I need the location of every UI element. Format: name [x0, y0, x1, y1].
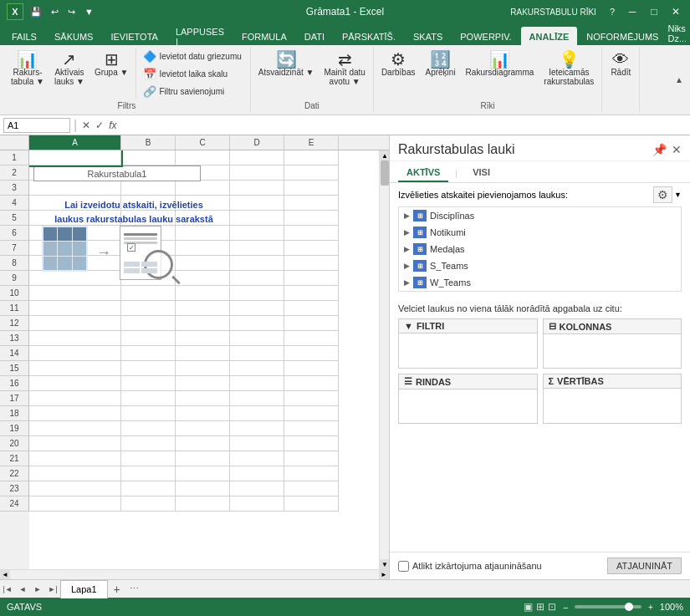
cell-C10[interactable] [176, 286, 230, 301]
cell-C5[interactable] [176, 211, 230, 226]
btn-ieteicamas[interactable]: 💡 Ieteicamāsrakurstabulas [539, 48, 598, 89]
cell-C11[interactable] [176, 301, 230, 316]
row-header-22[interactable]: 22 [0, 466, 29, 481]
cell-E15[interactable] [284, 361, 339, 376]
cell-E7[interactable] [284, 241, 339, 256]
tab-formula[interactable]: FORMULA [233, 27, 295, 45]
cell-A2[interactable] [29, 165, 121, 181]
btn-darbibas[interactable]: ⚙ Darbības [377, 48, 420, 79]
cell-E10[interactable] [284, 286, 339, 301]
cell-D11[interactable] [230, 301, 284, 316]
scroll-left-btn[interactable]: ◄ [0, 570, 10, 580]
cell-B3[interactable] [121, 181, 176, 196]
tab-ievietota[interactable]: IEVIETOTA [102, 27, 166, 45]
cell-E6[interactable] [284, 226, 339, 241]
cell-E23[interactable] [284, 481, 339, 496]
cell-C18[interactable] [176, 406, 230, 421]
cell-E8[interactable] [284, 256, 339, 271]
btn-filtru-savienojumi[interactable]: 🔗 Filtru savienojumi [140, 84, 244, 99]
sheet-nav-last[interactable]: ►| [45, 582, 60, 597]
minimize-btn[interactable]: ─ [625, 4, 640, 19]
sheet-nav-first[interactable]: |◄ [0, 582, 15, 597]
cell-D19[interactable] [230, 421, 284, 436]
h-scroll-track[interactable] [10, 570, 379, 580]
cell-B7[interactable] [121, 241, 176, 256]
tab-noformejums[interactable]: NOFORMĒJUMS [578, 27, 667, 45]
row-header-12[interactable]: 12 [0, 316, 29, 331]
tab-sakums[interactable]: SĀKUMS [46, 27, 101, 45]
cell-A3[interactable] [29, 181, 121, 196]
cell-C23[interactable] [176, 481, 230, 496]
cell-B10[interactable] [121, 286, 176, 301]
formula-cancel-icon[interactable]: ✕ [80, 120, 92, 131]
cell-E11[interactable] [284, 301, 339, 316]
rindas-body[interactable] [399, 389, 537, 423]
cell-A18[interactable] [29, 406, 121, 421]
tab-parskatit[interactable]: PĀRSKATĪŠ. [334, 27, 404, 45]
col-header-c[interactable]: C [176, 135, 230, 150]
tab-skats[interactable]: SKATS [405, 27, 451, 45]
cell-C8[interactable] [176, 256, 230, 271]
cell-E22[interactable] [284, 466, 339, 481]
cell-E4[interactable] [284, 196, 339, 211]
cell-E12[interactable] [284, 316, 339, 331]
btn-grupa[interactable]: ⊞ Grupa ▼ [90, 48, 132, 79]
row-header-19[interactable]: 19 [0, 421, 29, 436]
cell-A11[interactable] [29, 301, 121, 316]
tab-powerpiv[interactable]: POWERPIV. [452, 27, 519, 45]
field-expand-0[interactable]: ▶ [404, 211, 410, 220]
cell-B6[interactable] [121, 226, 176, 241]
restore-btn[interactable]: □ [647, 4, 662, 19]
btn-aprekini[interactable]: 🔢 Aprēķini [421, 48, 459, 79]
defer-checkbox[interactable]: Atlikt izkārtojuma atjaunināšanu [398, 561, 542, 572]
cell-B18[interactable] [121, 406, 176, 421]
page-layout-btn[interactable]: ⊞ [536, 601, 544, 613]
update-btn[interactable]: ATJAUNINĀT [607, 557, 682, 574]
panel-pin-btn[interactable]: 📌 [652, 143, 667, 156]
row-header-6[interactable]: 6 [0, 226, 29, 241]
field-item-medaļas[interactable]: ▶ ⊞ Medaļas [399, 241, 681, 257]
cell-C1[interactable] [176, 150, 230, 165]
cell-D2[interactable] [230, 165, 284, 181]
cell-D14[interactable] [230, 346, 284, 361]
btn-rakurstabula[interactable]: 📊 Rakurs-tabula ▼ [7, 48, 49, 89]
cell-D21[interactable] [230, 451, 284, 466]
cell-B9[interactable] [121, 271, 176, 286]
cell-C3[interactable] [176, 181, 230, 196]
cell-B20[interactable] [121, 436, 176, 451]
cell-D5[interactable] [230, 211, 284, 226]
row-header-9[interactable]: 9 [0, 271, 29, 286]
cell-D18[interactable] [230, 406, 284, 421]
row-header-3[interactable]: 3 [0, 181, 29, 196]
cell-C15[interactable] [176, 361, 230, 376]
filtri-body[interactable] [399, 333, 537, 367]
cell-D13[interactable] [230, 331, 284, 346]
row-header-23[interactable]: 23 [0, 481, 29, 496]
cell-A13[interactable] [29, 331, 121, 346]
cell-B12[interactable] [121, 316, 176, 331]
row-header-15[interactable]: 15 [0, 361, 29, 376]
cell-D9[interactable] [230, 271, 284, 286]
cell-E2[interactable] [284, 165, 339, 181]
btn-rakursdiagramma[interactable]: 📊 Rakursdiagramma [462, 48, 539, 79]
cell-B8[interactable] [121, 256, 176, 271]
sheet-add-btn[interactable]: + [108, 580, 126, 598]
col-header-a[interactable]: A [29, 135, 121, 150]
col-header-b[interactable]: B [121, 135, 176, 150]
row-header-13[interactable]: 13 [0, 331, 29, 346]
page-break-btn[interactable]: ⊡ [548, 601, 556, 613]
cell-C13[interactable] [176, 331, 230, 346]
cell-C14[interactable] [176, 346, 230, 361]
cell-D22[interactable] [230, 466, 284, 481]
cell-C12[interactable] [176, 316, 230, 331]
field-expand-2[interactable]: ▶ [404, 245, 410, 253]
row-header-21[interactable]: 21 [0, 451, 29, 466]
field-expand-3[interactable]: ▶ [404, 262, 410, 270]
cell-B23[interactable] [121, 481, 176, 496]
tab-analyze[interactable]: ANALĪZE [521, 27, 578, 45]
cell-E21[interactable] [284, 451, 339, 466]
cell-A16[interactable] [29, 376, 121, 391]
row-header-7[interactable]: 7 [0, 241, 29, 256]
cell-B4[interactable] [121, 196, 176, 211]
panel-close-btn[interactable]: ✕ [672, 143, 682, 156]
